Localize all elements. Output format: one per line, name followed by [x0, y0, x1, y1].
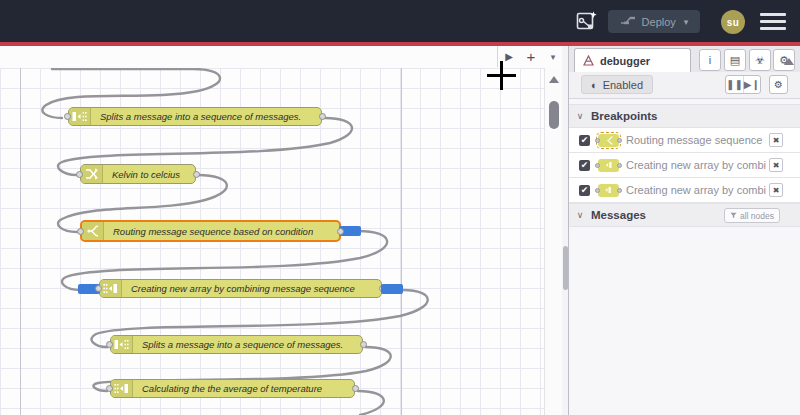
breakpoints-list: ✔ Routing message sequence based on cond…	[569, 128, 800, 203]
sidebar-tabrow: debugger i ▤ ☣ ⚙ ▾	[569, 46, 800, 73]
flow-list-chevron-down-icon[interactable]: ▾	[542, 46, 564, 67]
filter-funnel-icon	[730, 211, 737, 221]
breakpoint-label: Creating new array by combining message …	[626, 159, 766, 171]
help-tab-button[interactable]: ▤	[724, 49, 746, 71]
node-output-port[interactable]	[193, 171, 200, 178]
hamburger-bar	[760, 20, 786, 23]
step-button[interactable]: ▶❙	[743, 76, 760, 93]
tab-label: debugger	[600, 55, 650, 67]
split-node-icon	[111, 336, 133, 353]
hamburger-bar	[760, 27, 786, 30]
flow-node[interactable]: Splits a message into a sequence of mess…	[68, 107, 322, 126]
split-node-icon	[69, 108, 91, 125]
node-input-port[interactable]	[77, 228, 84, 235]
hamburger-bar	[760, 13, 786, 16]
node-input-port[interactable]	[95, 285, 102, 292]
join-node-icon	[598, 184, 619, 197]
change-node-icon	[81, 165, 103, 183]
chip-input-port	[595, 163, 600, 168]
assistant-sparkle-icon[interactable]	[574, 9, 598, 33]
node-label: Splits a message into a sequence of mess…	[133, 339, 343, 350]
breakpoint-checkbox[interactable]: ✔	[579, 185, 590, 196]
node-label: Routing message sequence based on condit…	[104, 226, 313, 237]
chip-output-port	[617, 163, 622, 168]
sidebar-scroll-up-arrow-icon[interactable]	[784, 58, 794, 65]
debugger-toolbar: ◐ Enabled ❚❚ ▶❙ ⚙	[569, 72, 800, 99]
message-filter-button[interactable]: all nodes	[724, 208, 780, 223]
chip-input-port	[595, 138, 600, 143]
breakpoint-row[interactable]: ✔ Routing message sequence based on cond…	[569, 128, 800, 153]
flow-node[interactable]: Kelvin to celcius	[80, 164, 196, 184]
join-node-icon	[100, 280, 122, 297]
flow-node[interactable]: Creating new array by combining message …	[99, 279, 382, 298]
debug-enabled-label: Enabled	[603, 79, 643, 91]
breakpoint-row[interactable]: ✔ Creating new array by combining messag…	[569, 178, 800, 203]
join-node-icon	[598, 159, 619, 172]
chip-output-port	[617, 138, 622, 143]
tab-debugger[interactable]: debugger	[574, 48, 691, 73]
node-output-port[interactable]	[352, 385, 359, 392]
avatar[interactable]: su	[721, 10, 745, 34]
remove-breakpoint-button[interactable]: ✖	[769, 183, 783, 197]
node-label: Kelvin to celcius	[103, 169, 180, 180]
breakpoint-checkbox[interactable]: ✔	[579, 160, 590, 171]
node-output-port[interactable]	[319, 113, 326, 120]
workspace-tabbar-tools: ▶ + ▾	[497, 46, 569, 67]
deploy-button[interactable]: Deploy ▾	[608, 10, 700, 33]
node-input-port[interactable]	[106, 385, 113, 392]
sidebar-more-chevron-down-icon[interactable]: ▾	[795, 49, 800, 69]
breakpoint-checkbox[interactable]: ✔	[579, 135, 590, 146]
debug-enabled-toggle[interactable]: ◐ Enabled	[581, 75, 653, 94]
workspace-tabbar: ▶ + ▾	[0, 46, 568, 69]
breakpoint-label: Routing message sequence based on condit…	[626, 134, 766, 146]
section-header-messages[interactable]: ∨ Messages all nodes	[569, 203, 800, 227]
crosshair-vertical	[500, 61, 503, 90]
sidebar: debugger i ▤ ☣ ⚙ ▾ ◐ Enabled ❚❚ ▶❙ ⚙ ∨ B…	[568, 46, 800, 415]
canvas-vertical-scrollbar[interactable]	[544, 68, 563, 415]
section-title: Messages	[591, 209, 646, 221]
node-input-port[interactable]	[64, 113, 71, 120]
flow-node[interactable]: Routing message sequence based on condit…	[80, 220, 341, 242]
pause-button[interactable]: ❚❚	[726, 76, 743, 93]
chevron-down-icon: ∨	[569, 111, 591, 121]
app-header: Deploy ▾ su	[0, 0, 800, 42]
flow-node[interactable]: Calculating the the average of temperatu…	[110, 379, 355, 398]
node-label: Creating new array by combining message …	[122, 283, 355, 294]
toggle-icon: ◐	[591, 79, 598, 91]
node-label: Splits a message into a sequence of mess…	[91, 111, 301, 122]
breakpoint-label: Creating new array by combining message …	[626, 184, 766, 196]
debug-tab-button[interactable]: ☣	[749, 49, 771, 71]
chip-input-port	[595, 188, 600, 193]
section-header-breakpoints[interactable]: ∨ Breakpoints	[569, 104, 800, 128]
remove-breakpoint-button[interactable]: ✖	[769, 133, 783, 147]
main-menu-button[interactable]	[760, 13, 786, 30]
chevron-down-icon[interactable]: ▾	[684, 17, 689, 27]
add-flow-button[interactable]: +	[520, 46, 542, 67]
flow-node[interactable]: Splits a message into a sequence of mess…	[110, 335, 363, 354]
breakpoint-marker[interactable]	[381, 284, 403, 294]
debug-icon	[583, 52, 594, 70]
breakpoint-row[interactable]: ✔ Creating new array by combining messag…	[569, 153, 800, 178]
remove-breakpoint-button[interactable]: ✖	[769, 158, 783, 172]
node-output-port[interactable]	[337, 228, 344, 235]
chevron-down-icon: ∨	[569, 210, 591, 220]
section-title: Breakpoints	[591, 110, 657, 122]
debugger-settings-gear-icon[interactable]: ⚙	[769, 75, 788, 94]
node-input-port[interactable]	[76, 171, 83, 178]
message-filter-label: all nodes	[740, 211, 774, 221]
debug-transport-buttons[interactable]: ❚❚ ▶❙	[725, 75, 761, 94]
node-label: Calculating the the average of temperatu…	[133, 383, 322, 394]
node-input-port[interactable]	[106, 341, 113, 348]
switch-node-icon	[82, 222, 104, 240]
scrollbar-thumb[interactable]	[549, 101, 559, 129]
chip-output-port	[617, 188, 622, 193]
node-output-port[interactable]	[360, 341, 367, 348]
scroll-up-arrow-icon[interactable]	[549, 76, 559, 83]
switch-node-icon	[598, 134, 619, 147]
deploy-icon	[620, 13, 636, 31]
deploy-label: Deploy	[642, 16, 676, 28]
info-tab-button[interactable]: i	[699, 49, 721, 71]
node-red-editor: Deploy ▾ su ▶ + ▾	[0, 0, 800, 415]
join-node-icon	[111, 380, 133, 397]
flow-canvas[interactable]: Splits a message into a sequence of mess…	[0, 68, 544, 415]
